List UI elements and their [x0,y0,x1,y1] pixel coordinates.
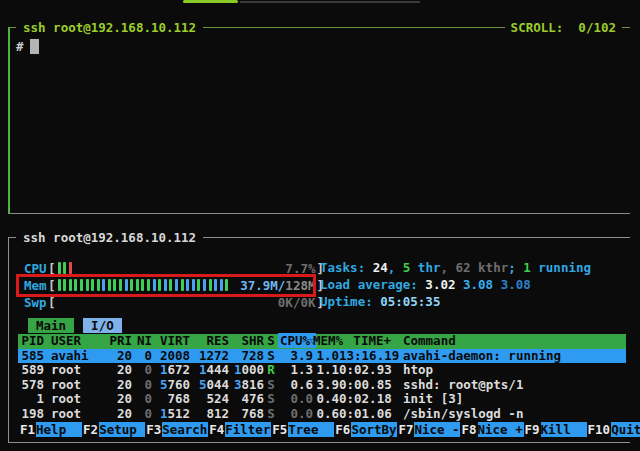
col-pri[interactable]: PRI [106,334,132,349]
pane-border-right [8,238,9,443]
load-average: Load average: 3.02 3.08 3.08 [320,277,531,292]
tasks-summary: Tasks: 24, 5 thr, 62 kthr; 1 running [320,260,591,275]
fkey-kill[interactable]: F9Kill [524,422,587,437]
video-progress-track [240,1,420,3]
col-command[interactable]: Command [391,334,626,349]
fkey-filter[interactable]: F4Filter [208,422,271,437]
pane-shell-titlebar: ssh root@192.168.10.112 SCROLL: 0/102 [8,20,630,35]
fkey-sortby[interactable]: F6SortBy [334,422,397,437]
tab-io[interactable]: I/O [83,318,122,333]
uptime: Uptime: 05:05:35 [320,294,440,309]
col-cpu-sorted[interactable]: CPU%▽ [278,334,313,349]
col-virt[interactable]: VIRT [152,334,190,349]
col-state[interactable]: S [264,334,278,349]
col-user[interactable]: USER [44,334,106,349]
video-progress-bar [183,0,238,3]
fkey-tree[interactable]: F5Tree [271,422,334,437]
cpu-meter-bars [58,262,75,274]
shell-prompt: # [16,39,24,54]
process-row[interactable]: 589root200167214441000R1.31.10:02.93htop [18,363,626,378]
pane-htop-title: ssh root@192.168.10.112 [16,230,203,245]
swap-meter-value: 0K/0K [278,295,316,309]
fkey-help[interactable]: F1Help [19,422,82,437]
col-pid[interactable]: PID [18,334,44,349]
col-time[interactable]: TIME+ [339,334,391,349]
tab-main[interactable]: Main [28,318,74,333]
col-res[interactable]: RES [190,334,229,349]
htop-app: CPU [ 7.7% ] Mem [ 37.9M/128M ] Swp [18,254,626,441]
shell-prompt-line[interactable]: # [16,39,630,54]
fkey-quit[interactable]: F10Quit [587,422,640,437]
fkey-nice-minus[interactable]: F7Nice - [397,422,460,437]
process-row[interactable]: 1root200768524476S0.00.40:02.18init [3] [18,392,626,407]
pane-htop[interactable]: ssh root@192.168.10.112 CPU [ 7.7% ] Mem… [8,230,630,443]
swap-meter: Swp [ 0K/0K ] [24,294,324,310]
function-key-bar: F1Help F2Setup F3Search F4Filter F5Tree … [19,422,625,437]
col-ni[interactable]: NI [132,334,152,349]
pane-shell[interactable]: ssh root@192.168.10.112 SCROLL: 0/102 # [8,20,630,214]
pane-border-right [8,28,10,214]
text-cursor [30,39,39,54]
pane-shell-title: ssh root@192.168.10.112 [16,20,203,35]
pane-border-bottom [8,442,630,443]
fkey-nice-plus[interactable]: F8Nice + [460,422,523,437]
process-row[interactable]: 578root200576050443816S0.63.90:00.85sshd… [18,378,626,393]
pane-border-bottom [8,213,630,214]
process-table-header: PID USER PRI NI VIRT RES SHR S CPU%▽ MEM… [18,334,626,349]
cpu-meter-value: 7.7% [285,261,315,275]
fkey-search[interactable]: F3Search [145,422,208,437]
col-shr[interactable]: SHR [229,334,264,349]
swap-meter-label: Swp [24,295,48,310]
scroll-indicator: SCROLL: 0/102 [505,20,622,35]
pane-htop-titlebar: ssh root@192.168.10.112 [8,230,630,245]
process-row-selected[interactable]: 585avahi20020081272728S3.91.013:16.19ava… [18,349,626,364]
fkey-setup[interactable]: F2Setup [82,422,145,437]
process-row[interactable]: 198root2001512812768S0.00.60:01.06/sbin/… [18,407,626,422]
terminal-screen: ssh root@192.168.10.112 SCROLL: 0/102 # … [0,0,640,451]
col-mem[interactable]: MEM% [313,334,339,349]
htop-tabs: Main I/O [28,318,122,333]
